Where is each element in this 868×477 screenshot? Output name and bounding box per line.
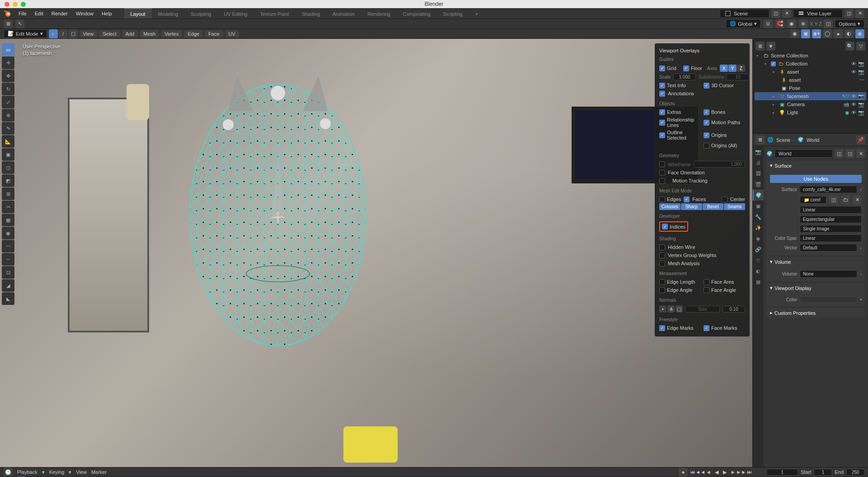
grid-checkbox[interactable]: [659, 65, 665, 71]
surface-value[interactable]: comfy_cafe_4k.exr: [800, 186, 857, 193]
menu-window[interactable]: Window: [72, 8, 98, 19]
viewport-display-panel-header[interactable]: ▾ Viewport Display: [766, 283, 865, 293]
outliner-asset-child[interactable]: 🧍asset〰: [755, 76, 866, 84]
edge-slide-tool[interactable]: ↔: [2, 253, 14, 266]
shrink-tool[interactable]: ⊡: [2, 266, 14, 279]
timeline-type-icon[interactable]: 🕐: [4, 468, 13, 477]
keyframe-prev-icon[interactable]: ◄◄: [697, 468, 704, 476]
seams-button[interactable]: Seams: [724, 203, 745, 210]
cursor-tool[interactable]: ✛: [2, 56, 14, 69]
shading-wireframe-icon[interactable]: ◯: [823, 29, 832, 38]
maximize-window-icon[interactable]: [21, 2, 26, 7]
props-type-icon[interactable]: ≣: [755, 136, 765, 145]
edge-marks-checkbox[interactable]: [659, 325, 665, 331]
viewport-overlays-icon[interactable]: ◉▾: [812, 29, 821, 38]
delete-layer-button[interactable]: ✕: [855, 9, 864, 18]
header-add[interactable]: Add: [122, 30, 138, 37]
play-reverse-icon[interactable]: ◀: [713, 468, 720, 476]
outliner-facemesh[interactable]: ▸▽facemesh✎▽👁📷: [755, 92, 866, 100]
subdiv-input[interactable]: 10: [727, 74, 749, 80]
frame-prev-icon[interactable]: ◄: [705, 468, 712, 476]
play-icon[interactable]: ▶: [721, 468, 728, 476]
tab-physics-props[interactable]: ◉: [753, 233, 764, 244]
floor-checkbox[interactable]: [683, 65, 689, 71]
tab-world-props[interactable]: 🌍: [753, 190, 764, 201]
overlay-toggle-icon[interactable]: ◫: [824, 19, 833, 28]
pivot-icon[interactable]: ⊙: [764, 19, 773, 28]
menu-help[interactable]: Help: [98, 8, 116, 19]
bevel-button[interactable]: Bevel: [703, 203, 724, 210]
outliner-search-icon[interactable]: 🔍: [845, 42, 854, 51]
interpolation-select[interactable]: Linear: [800, 206, 862, 214]
tab-uv-editing[interactable]: UV Editing: [217, 8, 253, 19]
normal-split-icon[interactable]: ⋔: [667, 305, 675, 313]
measure-tool[interactable]: 📐: [2, 135, 14, 148]
bevel-tool[interactable]: ◩: [2, 174, 14, 187]
cursor-tool-icon[interactable]: ↖: [15, 19, 24, 28]
end-frame-input[interactable]: 250: [846, 469, 864, 476]
rip-tool[interactable]: ◣: [2, 292, 14, 305]
outline-checkbox[interactable]: [659, 132, 665, 138]
editor-type-icon[interactable]: ⊞: [4, 19, 13, 28]
header-uv[interactable]: UV: [225, 30, 239, 37]
move-tool[interactable]: ✥: [2, 70, 14, 82]
proportional-icon[interactable]: ◉: [787, 19, 796, 28]
outliner-camera[interactable]: ▸▣Camera📹👁📷: [755, 100, 866, 108]
creases-button[interactable]: Creases: [659, 203, 680, 210]
axis-x-button[interactable]: X: [720, 65, 728, 72]
tab-mesh-props[interactable]: ▽: [753, 255, 764, 266]
smooth-tool[interactable]: 〰: [2, 240, 14, 253]
outliner-funnel-icon[interactable]: ▽: [856, 42, 865, 51]
faces-checkbox[interactable]: [684, 196, 690, 202]
image-file-field[interactable]: 📁 comf: [800, 196, 826, 204]
outliner-asset[interactable]: ▾🧍asset👁📷: [755, 68, 866, 76]
normal-vertex-icon[interactable]: •: [659, 305, 666, 313]
view-layer-selector[interactable]: View Layer: [793, 9, 843, 18]
timeline-keying[interactable]: Keying: [49, 469, 65, 475]
vertex-select-icon[interactable]: •: [49, 29, 58, 38]
tab-modifier-props[interactable]: 🔧: [753, 211, 764, 222]
header-view[interactable]: View: [80, 30, 98, 37]
outliner-pose[interactable]: ▣Pose: [755, 84, 866, 92]
motion-checkbox[interactable]: [704, 120, 709, 126]
face-angle-checkbox[interactable]: [704, 287, 709, 293]
tab-constraint-props[interactable]: 🔗: [753, 244, 764, 255]
tab-sculpting[interactable]: Sculpting: [184, 8, 217, 19]
center-checkbox[interactable]: [722, 196, 727, 202]
origins-checkbox[interactable]: [704, 132, 709, 138]
outliner-scene-collection[interactable]: ▾🗀Scene Collection: [755, 51, 866, 60]
outliner-type-icon[interactable]: ≣: [755, 42, 765, 51]
world-name-field[interactable]: World: [774, 150, 833, 158]
outliner-filter-icon[interactable]: ▼: [766, 42, 775, 51]
sharp-button[interactable]: Sharp: [681, 203, 702, 210]
annotations-checkbox[interactable]: [659, 91, 665, 97]
transform-tool[interactable]: ⊕: [2, 109, 14, 122]
snap-icon[interactable]: 🧲: [775, 19, 784, 28]
knife-tool[interactable]: ✂: [2, 201, 14, 213]
shading-matcap-icon[interactable]: ◐: [845, 29, 854, 38]
wireframe-checkbox[interactable]: [659, 161, 665, 167]
shading-rendered-icon[interactable]: ◉: [855, 29, 864, 38]
tab-render-props[interactable]: 📷: [753, 146, 764, 157]
annotate-tool[interactable]: ✎: [2, 122, 14, 135]
edge-select-icon[interactable]: /: [59, 29, 68, 38]
tab-texture-props[interactable]: ▦: [753, 276, 764, 287]
bones-checkbox[interactable]: [704, 109, 709, 115]
indices-checkbox[interactable]: [662, 224, 668, 229]
frame-next-icon[interactable]: ►: [729, 468, 737, 476]
tab-object-props[interactable]: ▣: [753, 201, 764, 211]
minimize-window-icon[interactable]: [13, 2, 18, 7]
new-scene-button[interactable]: ◫: [771, 9, 780, 18]
projection-select[interactable]: Equirectangular: [800, 215, 862, 223]
extras-checkbox[interactable]: [659, 109, 665, 115]
edges-checkbox[interactable]: [659, 196, 665, 202]
scale-input[interactable]: 1.000: [673, 74, 696, 80]
axis-y-button[interactable]: Y: [728, 65, 737, 72]
viewport-3d[interactable]: ▭ ✛ ✥ ↻ ⤢ ⊕ ✎ 📐 ▣ ◫ ◩ ⊞ ✂ ▦ ◉ 〰 ↔ ⊡ ◢ ◣ …: [0, 39, 752, 467]
header-edge[interactable]: Edge: [184, 30, 203, 37]
face-orient-checkbox[interactable]: [659, 170, 665, 176]
header-select[interactable]: Select: [99, 30, 120, 37]
gizmo-toggle-icon[interactable]: ⊕: [799, 19, 808, 28]
edge-length-checkbox[interactable]: [659, 279, 665, 285]
hidden-wire-checkbox[interactable]: [659, 244, 665, 250]
